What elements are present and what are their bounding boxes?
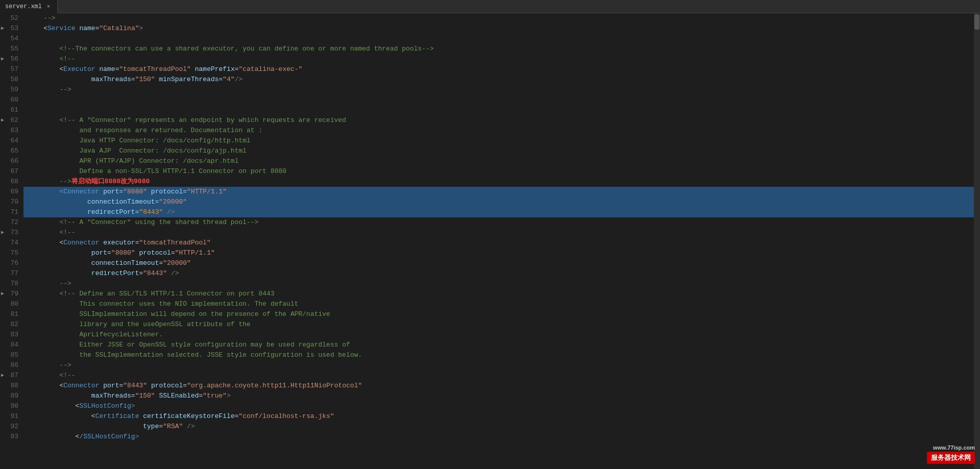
line-number: 70	[0, 197, 23, 207]
fold-marker[interactable]: ▶	[1, 54, 4, 64]
code-line[interactable]: <!--	[23, 54, 980, 64]
tab-label: server.xml	[5, 3, 42, 10]
code-line[interactable]: and responses are returned. Documentatio…	[23, 126, 980, 136]
code-content[interactable]: --> <Service name="Catalina"> <!--The co…	[23, 13, 980, 469]
code-line[interactable]: <Certificate certificateKeystoreFile="co…	[23, 411, 980, 422]
code-line[interactable]: -->	[23, 360, 980, 371]
code-line[interactable]: <Service name="Catalina">	[23, 23, 980, 34]
line-number: 55	[0, 44, 23, 54]
line-number: 86	[0, 360, 23, 371]
code-line[interactable]: <Connector port="8080" protocol="HTTP/1.…	[23, 187, 980, 197]
line-number: 65	[0, 146, 23, 156]
code-line[interactable]: AprLifecycleListener.	[23, 330, 980, 340]
line-number: 63	[0, 126, 23, 136]
line-number: 81	[0, 309, 23, 319]
line-number: 76	[0, 258, 23, 268]
code-line[interactable]: SSLImplementation will depend on the pre…	[23, 309, 980, 319]
fold-marker[interactable]: ▶	[1, 115, 4, 126]
code-line[interactable]: <!--The connectors can use a shared exec…	[23, 44, 980, 54]
code-line[interactable]: <!--	[23, 228, 980, 238]
code-line[interactable]: -->	[23, 85, 980, 95]
code-line[interactable]: <!-- Define an SSL/TLS HTTP/1.1 Connecto…	[23, 289, 980, 299]
code-line[interactable]: type="RSA" />	[23, 422, 980, 432]
code-line[interactable]: <SSLHostConfig>	[23, 401, 980, 411]
line-numbers: 52▶535455▶565758596061▶62636465666768697…	[0, 13, 23, 469]
code-line[interactable]	[23, 34, 980, 44]
code-line[interactable]: <Connector executor="tomcatThreadPool"	[23, 238, 980, 248]
line-number: 90	[0, 401, 23, 411]
fold-marker[interactable]: ▶	[1, 23, 4, 34]
line-number: 85	[0, 350, 23, 360]
editor-container: server.xml × 52▶535455▶565758596061▶6263…	[0, 0, 980, 469]
code-line[interactable]: maxThreads="150" minSpareThreads="4"/>	[23, 75, 980, 85]
code-line[interactable]	[23, 95, 980, 105]
code-line[interactable]: library and the useOpenSSL attribute of …	[23, 319, 980, 330]
code-line[interactable]: connectionTimeout="20000"	[23, 258, 980, 268]
code-line[interactable]: redirectPort="8443" />	[23, 207, 980, 217]
line-number: 75	[0, 248, 23, 258]
code-line[interactable]: port="8080" protocol="HTTP/1.1"	[23, 248, 980, 258]
fold-marker[interactable]: ▶	[1, 228, 4, 238]
line-number: 72	[0, 217, 23, 228]
code-line[interactable]: Java AJP Connector: /docs/config/ajp.htm…	[23, 146, 980, 156]
watermark-url: www.77isp.com	[933, 445, 975, 451]
line-number: 91	[0, 411, 23, 422]
line-number: 69	[0, 187, 23, 197]
editor-tab[interactable]: server.xml ×	[0, 0, 58, 13]
code-line[interactable]: maxThreads="150" SSLEnabled="true">	[23, 391, 980, 401]
code-line[interactable]	[23, 105, 980, 115]
code-line[interactable]: Either JSSE or OpenSSL style configurati…	[23, 340, 980, 350]
line-number: ▶56	[0, 54, 23, 64]
code-line[interactable]: <!-- A "Connector" using the shared thre…	[23, 217, 980, 228]
code-line[interactable]: the SSLImplementation selected. JSSE sty…	[23, 350, 980, 360]
scrollbar[interactable]	[974, 13, 980, 469]
code-line[interactable]: <!--	[23, 371, 980, 381]
line-number: ▶73	[0, 228, 23, 238]
line-number: ▶87	[0, 371, 23, 381]
code-line[interactable]: </SSLHostConfig>	[23, 432, 980, 442]
scrollbar-thumb[interactable]	[974, 14, 979, 30]
line-number: 80	[0, 299, 23, 309]
line-number: 52	[0, 13, 23, 23]
fold-marker[interactable]: ▶	[1, 289, 4, 299]
line-number: 83	[0, 330, 23, 340]
line-number: 82	[0, 319, 23, 330]
watermark-logo: 服务器技术网	[927, 452, 975, 464]
line-number: 78	[0, 279, 23, 289]
line-number: 64	[0, 136, 23, 146]
close-tab-button[interactable]: ×	[45, 3, 52, 10]
line-number: 89	[0, 391, 23, 401]
line-number: 68	[0, 177, 23, 187]
code-line[interactable]: Java HTTP Connector: /docs/config/http.h…	[23, 136, 980, 146]
tab-bar: server.xml ×	[0, 0, 980, 13]
code-line[interactable]: Define a non-SSL/TLS HTTP/1.1 Connector …	[23, 166, 980, 177]
code-line[interactable]: -->将启动端口8080改为9080	[23, 177, 980, 187]
code-line[interactable]: connectionTimeout="20000"	[23, 197, 980, 207]
line-number: 74	[0, 238, 23, 248]
line-number: 60	[0, 95, 23, 105]
watermark: www.77isp.com 服务器技术网	[927, 445, 975, 464]
line-number: 93	[0, 432, 23, 442]
code-line[interactable]: This connector uses the NIO implementati…	[23, 299, 980, 309]
line-number: ▶79	[0, 289, 23, 299]
line-number: 92	[0, 422, 23, 432]
line-number: 67	[0, 166, 23, 177]
line-number: 57	[0, 64, 23, 75]
line-number: 59	[0, 85, 23, 95]
fold-marker[interactable]: ▶	[1, 371, 4, 381]
line-number: ▶62	[0, 115, 23, 126]
code-line[interactable]: <Executor name="tomcatThreadPool" namePr…	[23, 64, 980, 75]
line-number: 71	[0, 207, 23, 217]
line-number: 58	[0, 75, 23, 85]
line-number: 88	[0, 381, 23, 391]
code-line[interactable]: APR (HTTP/AJP) Connector: /docs/apr.html	[23, 156, 980, 166]
code-line[interactable]: -->	[23, 279, 980, 289]
code-line[interactable]: <!-- A "Connector" represents an endpoin…	[23, 115, 980, 126]
line-number: 54	[0, 34, 23, 44]
line-number: 66	[0, 156, 23, 166]
code-line[interactable]: redirectPort="8443" />	[23, 268, 980, 279]
code-line[interactable]: <Connector port="8443" protocol="org.apa…	[23, 381, 980, 391]
code-area: 52▶535455▶565758596061▶62636465666768697…	[0, 13, 980, 469]
line-number: 84	[0, 340, 23, 350]
code-line[interactable]: -->	[23, 13, 980, 23]
